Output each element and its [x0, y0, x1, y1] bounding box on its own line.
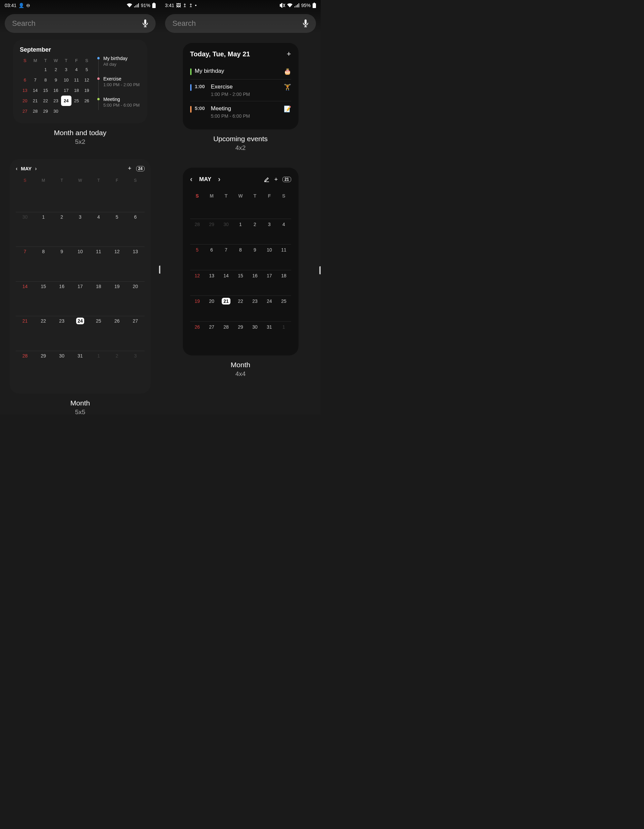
calendar-day[interactable]: 20 [20, 96, 30, 106]
plus-icon[interactable]: + [275, 176, 278, 183]
event-item[interactable]: Meeting5:00 PM - 6:00 PM [97, 96, 140, 108]
calendar-day[interactable]: 26 [108, 316, 126, 351]
calendar-day[interactable]: 22 [40, 96, 51, 106]
calendar-day[interactable]: 28 [30, 106, 41, 117]
calendar-day[interactable]: 30 [16, 212, 34, 247]
calendar-day[interactable]: 12 [190, 270, 205, 296]
calendar-day[interactable]: 25 [89, 316, 108, 351]
calendar-day[interactable]: 7 [30, 75, 41, 85]
calendar-day[interactable]: 3 [61, 65, 71, 75]
calendar-day[interactable] [30, 65, 41, 75]
calendar-day[interactable]: 31 [71, 351, 90, 386]
plus-icon[interactable]: + [128, 165, 131, 172]
calendar-day[interactable]: 13 [126, 246, 145, 281]
calendar-day[interactable]: 21 [30, 96, 41, 106]
calendar-day[interactable]: 17 [71, 281, 90, 316]
chevron-left-icon[interactable]: ‹ [16, 165, 17, 172]
calendar-day[interactable]: 26 [190, 321, 205, 347]
calendar-day[interactable]: 8 [234, 244, 248, 270]
calendar-day[interactable]: 31 [262, 321, 277, 347]
calendar-day[interactable]: 30 [51, 106, 61, 117]
calendar-day[interactable]: 30 [219, 219, 234, 244]
calendar-day[interactable]: 23 [248, 295, 262, 321]
event-item[interactable]: 5:00Meeting5:00 PM - 6:00 PM📝 [190, 101, 291, 123]
calendar-day[interactable]: 15 [234, 270, 248, 296]
calendar-day[interactable]: 24 [61, 96, 71, 106]
calendar-day[interactable]: 21 [219, 295, 234, 321]
calendar-day[interactable]: 30 [53, 351, 71, 386]
calendar-day[interactable]: 21 [16, 316, 34, 351]
search-bar[interactable]: Search [5, 14, 156, 33]
calendar-day[interactable]: 13 [20, 85, 30, 96]
calendar-day[interactable]: 17 [262, 270, 277, 296]
calendar-day[interactable]: 27 [126, 316, 145, 351]
calendar-day[interactable]: 1 [234, 219, 248, 244]
calendar-day[interactable]: 25 [71, 96, 82, 106]
edit-icon[interactable] [264, 177, 270, 183]
calendar-day[interactable]: 18 [277, 270, 291, 296]
calendar-day[interactable] [20, 65, 30, 75]
calendar-day[interactable]: 28 [219, 321, 234, 347]
calendar-day[interactable]: 11 [89, 246, 108, 281]
calendar-day[interactable]: 11 [277, 244, 291, 270]
calendar-day[interactable] [71, 106, 82, 117]
calendar-day[interactable]: 30 [248, 321, 262, 347]
calendar-day[interactable]: 28 [190, 219, 205, 244]
calendar-day[interactable] [61, 106, 71, 117]
calendar-day[interactable]: 8 [40, 75, 51, 85]
calendar-day[interactable]: 29 [205, 219, 219, 244]
calendar-day[interactable]: 27 [20, 106, 30, 117]
calendar-day[interactable]: 5 [82, 65, 92, 75]
calendar-day[interactable]: 15 [34, 281, 53, 316]
event-item[interactable]: 1:00Exercise1:00 PM - 2:00 PM🏋️ [190, 79, 291, 101]
calendar-day[interactable]: 19 [108, 281, 126, 316]
today-chip[interactable]: 24 [136, 166, 145, 171]
search-bar[interactable]: Search [165, 14, 316, 33]
calendar-day[interactable]: 20 [205, 295, 219, 321]
calendar-day[interactable]: 22 [234, 295, 248, 321]
calendar-day[interactable]: 16 [51, 85, 61, 96]
calendar-day[interactable]: 3 [126, 351, 145, 386]
calendar-day[interactable]: 4 [89, 212, 108, 247]
calendar-day[interactable]: 27 [205, 321, 219, 347]
calendar-day[interactable]: 2 [108, 351, 126, 386]
calendar-day[interactable]: 29 [234, 321, 248, 347]
calendar-day[interactable]: 6 [126, 212, 145, 247]
event-item[interactable]: My birthday🎂 [190, 64, 291, 79]
calendar-day[interactable]: 25 [277, 295, 291, 321]
calendar-day[interactable]: 12 [108, 246, 126, 281]
calendar-day[interactable]: 1 [89, 351, 108, 386]
calendar-day[interactable]: 18 [71, 85, 82, 96]
calendar-day[interactable]: 1 [277, 321, 291, 347]
calendar-day[interactable]: 2 [53, 212, 71, 247]
calendar-day[interactable]: 3 [262, 219, 277, 244]
calendar-day[interactable]: 12 [82, 75, 92, 85]
event-item[interactable]: Exercise1:00 PM - 2:00 PM [97, 76, 140, 87]
calendar-day[interactable]: 20 [126, 281, 145, 316]
calendar-day[interactable]: 14 [16, 281, 34, 316]
calendar-day[interactable]: 10 [262, 244, 277, 270]
calendar-day[interactable]: 23 [53, 316, 71, 351]
calendar-day[interactable]: 18 [89, 281, 108, 316]
calendar-day[interactable]: 10 [71, 246, 90, 281]
calendar-day[interactable]: 15 [40, 85, 51, 96]
calendar-day[interactable]: 10 [61, 75, 71, 85]
calendar-day[interactable]: 16 [53, 281, 71, 316]
calendar-day[interactable]: 3 [71, 212, 90, 247]
today-chip[interactable]: 21 [283, 177, 291, 182]
calendar-day[interactable]: 24 [71, 316, 90, 351]
calendar-day[interactable]: 19 [82, 85, 92, 96]
event-item[interactable]: My birthdayAll day [97, 56, 140, 67]
calendar-day[interactable]: 24 [262, 295, 277, 321]
calendar-day[interactable]: 9 [51, 75, 61, 85]
calendar-day[interactable]: 11 [71, 75, 82, 85]
widget-month-and-today[interactable]: September SMTWTFS12345678910111213141516… [13, 39, 147, 123]
calendar-day[interactable]: 16 [248, 270, 262, 296]
calendar-day[interactable]: 6 [205, 244, 219, 270]
calendar-day[interactable]: 8 [34, 246, 53, 281]
calendar-day[interactable] [82, 106, 92, 117]
mic-icon[interactable] [142, 19, 148, 27]
widget-month-4x4[interactable]: ‹ MAY › + 21 SMTWTFS28293012345678910111… [183, 168, 298, 356]
calendar-day[interactable]: 22 [34, 316, 53, 351]
calendar-day[interactable]: 5 [190, 244, 205, 270]
